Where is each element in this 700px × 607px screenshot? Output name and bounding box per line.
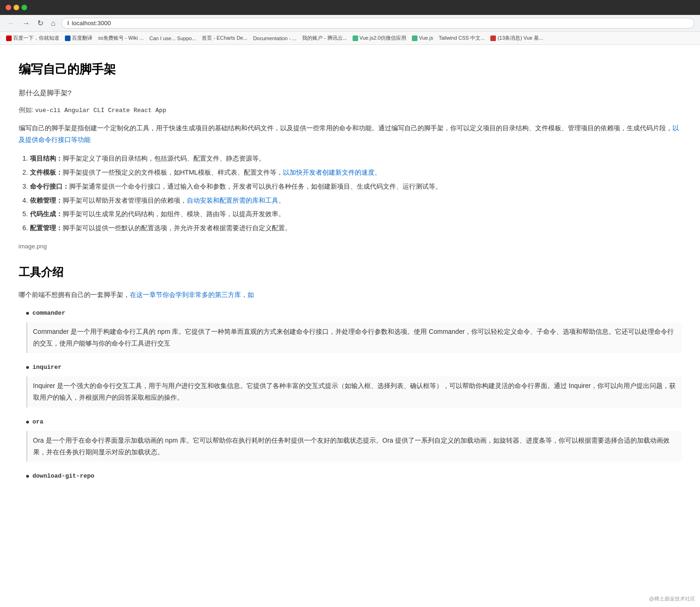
question-text: 那什么是脚手架? (19, 87, 682, 99)
bookmark-baidu[interactable]: 百度一下，你就知道 (4, 34, 62, 42)
tool-desc-ora: Ora 是一个用于在命令行界面显示加载动画的 npm 库。它可以帮助你在执行耗时… (26, 431, 682, 462)
feature-item-6: 配置管理：脚手架可以提供一些默认的配置选项，并允许开发者根据需要进行自定义配置。 (30, 223, 682, 234)
features-list: 项目结构：脚手架定义了项目的目录结构，包括源代码、配置文件、静态资源等。 文件模… (30, 153, 682, 234)
feature-item-4: 依赖管理：脚手架可以帮助开发者管理项目的依赖项，自动安装和配置所需的库和工具。 (30, 195, 682, 206)
tool-desc-commander: Commander 是一个用于构建命令行工具的 npm 库。它提供了一种简单而直… (26, 322, 682, 353)
tool-bullet-ora: ora (19, 417, 682, 427)
home-button[interactable]: ⌂ (49, 17, 57, 29)
bookmark-fanyi[interactable]: 百度翻译 (63, 34, 95, 42)
fanyi-favicon (65, 35, 71, 41)
tool-bullet-download-git-repo: download-git-repo (19, 471, 682, 481)
page-title: 编写自己的脚手架 (19, 59, 682, 79)
refresh-button[interactable]: ↻ (35, 17, 45, 29)
bookmark-vuejs[interactable]: Vue.js (410, 34, 435, 42)
bookmark-docs[interactable]: Documentation - ... (251, 35, 299, 42)
url-text: localhost:3000 (72, 20, 111, 27)
baidu-favicon (6, 35, 12, 41)
bullet-dot-inquirer (26, 366, 29, 369)
browser-nav-bar: ← → ↻ ⌂ ℹ localhost:3000 (0, 15, 700, 32)
intro-paragraph: 编写自己的脚手架是指创建一个定制化的工具，用于快速生成项目的基础结构和代码文件，… (19, 122, 682, 146)
browser-title-bar (0, 0, 700, 15)
maximize-btn[interactable] (21, 5, 27, 10)
tool-name-commander: commander (33, 308, 65, 318)
example-items: vue-cli Angular CLI Create React App (35, 107, 166, 114)
bullet-dot-ora (26, 421, 29, 423)
juejin-favicon (490, 35, 496, 41)
bookmark-echarts[interactable]: 首页 - ECharts De... (199, 34, 250, 42)
tool-desc-inquirer: Inquirer 是一个强大的命令行交互工具，用于与用户进行交互和收集信息。它提… (26, 376, 682, 407)
minimize-btn[interactable] (14, 5, 19, 10)
tool-item-ora: ora Ora 是一个用于在命令行界面显示加载动画的 npm 库。它可以帮助你在… (19, 417, 682, 462)
bookmarks-bar: 百度一下，你就知道 百度翻译 ss免费账号 - Wiki ... Can I u… (0, 32, 700, 45)
bookmark-vue-wechat[interactable]: Vue.js2.0仿微信应用 (350, 34, 409, 42)
vue2-favicon (412, 35, 417, 41)
tool-bullet-inquirer: inquirer (19, 362, 682, 373)
bookmark-juejin[interactable]: (13条消息) Vue 基... (488, 34, 545, 42)
tool-name-ora: ora (33, 417, 43, 427)
example-label: 例如: (19, 106, 34, 113)
lock-icon: ℹ (67, 20, 69, 26)
tool-item-download-git-repo: download-git-repo (19, 471, 682, 481)
feature-item-1: 项目结构：脚手架定义了项目的目录结构，包括源代码、配置文件、静态资源等。 (30, 153, 682, 164)
feature-item-2: 文件模板：脚手架提供了一些预定义的文件模板，如HTML模板、样式表、配置文件等，… (30, 167, 682, 178)
tool-bullet-commander: commander (19, 308, 682, 318)
bookmark-tencent[interactable]: 我的账户 - 腾讯云... (300, 34, 349, 42)
back-button[interactable]: ← (6, 17, 17, 29)
tool-name-inquirer: inquirer (33, 362, 62, 373)
image-placeholder: image.png (19, 241, 682, 252)
tools-section-title: 工具介绍 (19, 263, 682, 282)
forward-button[interactable]: → (21, 17, 32, 29)
feature-item-5: 代码生成：脚手架可以生成常见的代码结构，如组件、模块、路由等，以提高开发效率。 (30, 209, 682, 220)
tool-item-inquirer: inquirer Inquirer 是一个强大的命令行交互工具，用于与用户进行交… (19, 362, 682, 407)
bullet-dot-download-git-repo (26, 475, 29, 478)
page-content: 编写自己的脚手架 那什么是脚手架? 例如: vue-cli Angular CL… (9, 45, 691, 509)
example-line: 例如: vue-cli Angular CLI Create React App (19, 105, 682, 116)
bookmark-wiki[interactable]: ss免费账号 - Wiki ... (96, 34, 146, 42)
address-bar[interactable]: ℹ localhost:3000 (61, 18, 694, 28)
tool-name-download-git-repo: download-git-repo (33, 471, 95, 481)
close-btn[interactable] (6, 5, 11, 10)
tool-item-commander: commander Commander 是一个用于构建命令行工具的 npm 库。… (19, 308, 682, 353)
bullet-dot-commander (26, 312, 29, 315)
feature-item-3: 命令行接口：脚手架通常提供一个命令行接口，通过输入命令和参数，开发者可以执行各种… (30, 181, 682, 192)
tools-intro: 哪个前端不想拥有自己的一套脚手架，在这一章节你会学到非常多的第三方库，如 (19, 289, 682, 301)
vue-favicon (353, 35, 358, 41)
bookmark-tailwind[interactable]: Tailwind CSS 中文... (436, 34, 487, 42)
bookmark-caniuse[interactable]: Can I use... Suppo... (147, 35, 198, 42)
